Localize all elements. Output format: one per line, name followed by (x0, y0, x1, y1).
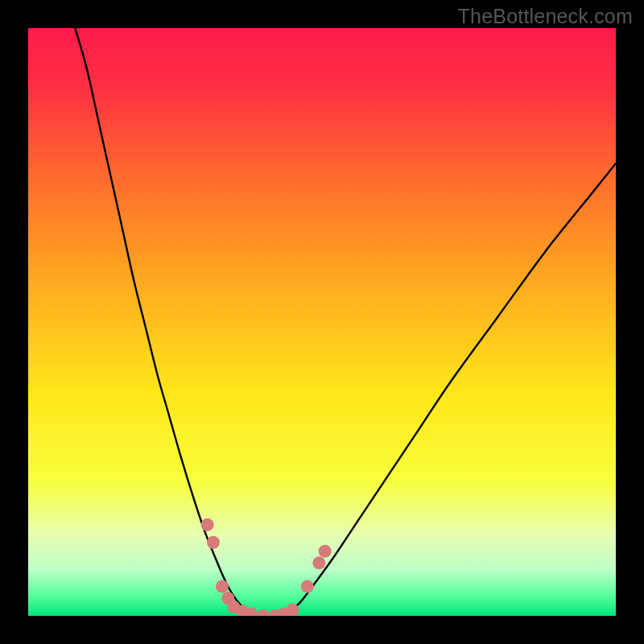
marker-dot (312, 556, 325, 569)
marker-dot (319, 545, 332, 558)
marker-dot (257, 609, 270, 622)
marker-dot (201, 518, 214, 531)
chart-container: TheBottleneck.com (0, 0, 644, 644)
marker-dot (245, 608, 258, 621)
bottleneck-chart (0, 0, 644, 644)
plot-background (28, 28, 616, 616)
watermark-text: TheBottleneck.com (458, 5, 633, 28)
marker-dot (287, 604, 299, 617)
marker-dot (207, 536, 220, 549)
marker-dot (216, 580, 229, 593)
marker-dot (301, 580, 314, 593)
